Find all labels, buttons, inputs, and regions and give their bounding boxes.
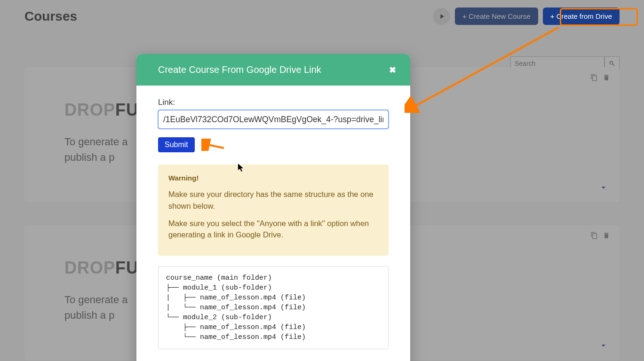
copy-icon[interactable] <box>590 232 598 239</box>
create-from-drive-modal: Create Course From Google Drive Link ✖ L… <box>136 54 410 361</box>
create-from-drive-button[interactable]: + Create from Drive <box>543 8 620 25</box>
directory-structure-code: course_name (main folder) ├── module_1 (… <box>158 266 389 349</box>
submit-button[interactable]: Submit <box>158 137 195 152</box>
create-course-button[interactable]: + Create New Course <box>455 8 538 25</box>
trash-icon[interactable] <box>603 232 610 239</box>
expand-button[interactable] <box>599 341 608 352</box>
play-icon <box>438 13 445 20</box>
page-title: Courses <box>24 9 77 24</box>
chevron-down-icon <box>599 183 608 192</box>
copy-icon[interactable] <box>590 74 598 81</box>
warning-title: Warning! <box>168 174 378 182</box>
expand-button[interactable] <box>599 183 608 194</box>
modal-close-button[interactable]: ✖ <box>389 65 396 75</box>
modal-title: Create Course From Google Drive Link <box>158 64 321 75</box>
warning-text: Make sure your directory has the same st… <box>168 188 378 212</box>
trash-icon[interactable] <box>603 74 610 81</box>
warning-text: Make sure you select the "Anyone with a … <box>168 218 378 241</box>
link-label: Link: <box>158 98 389 107</box>
drive-link-input[interactable] <box>158 110 389 129</box>
play-button[interactable] <box>433 8 450 25</box>
warning-panel: Warning! Make sure your directory has th… <box>158 165 389 256</box>
chevron-down-icon <box>599 341 608 350</box>
search-icon <box>609 60 615 67</box>
close-icon: ✖ <box>389 65 396 75</box>
